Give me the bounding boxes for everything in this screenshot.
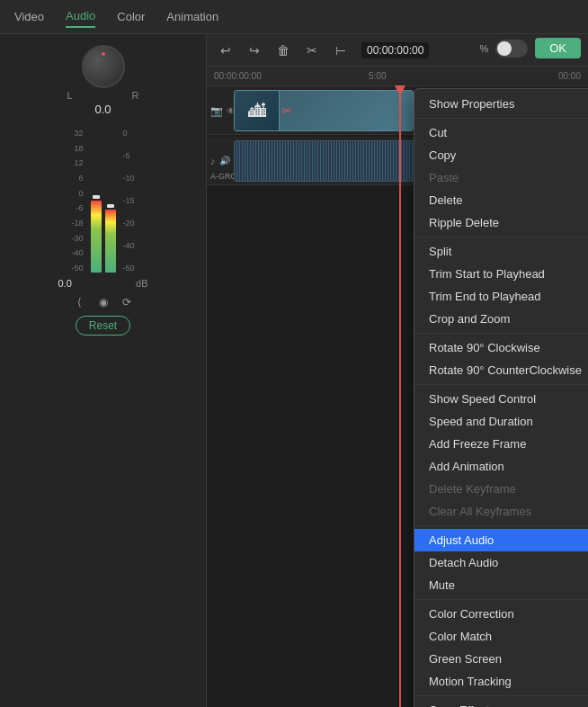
timeline-ruler: 00:00:00:00 5:00 00:00 <box>207 67 588 86</box>
nav-video[interactable]: Video <box>14 6 44 27</box>
speed-control-label: Show Speed Control <box>429 392 536 406</box>
menu-copy-effects[interactable]: Copy Effects <box>414 699 588 707</box>
speed-duration-label: Speed and Duration <box>429 415 533 428</box>
toolbar: ↩ ↪ 🗑 ✂ ⊢ 00:00:00:00 % OK <box>207 34 588 67</box>
menu-split[interactable]: Split <box>414 240 588 263</box>
l-label: L <box>67 90 73 101</box>
pan-knob[interactable] <box>82 45 125 88</box>
menu-crop-zoom[interactable]: Crop and Zoom <box>414 308 588 330</box>
menu-trim-start[interactable]: Trim Start to Playhead <box>414 263 588 285</box>
db-row: 0.0 dB <box>58 278 148 289</box>
scissors-button[interactable]: ✂ <box>300 39 324 62</box>
track-audio-icon: ♪ <box>210 156 216 166</box>
split-button[interactable]: ⊢ <box>329 39 352 62</box>
vu-scale-left: 32 18 12 6 0 -6 -18 -30 -40 -50 <box>71 129 83 273</box>
redo-button[interactable]: ↪ <box>243 39 266 62</box>
ripple-delete-label: Ripple Delete <box>429 216 499 229</box>
menu-color-correction[interactable]: Color Correction <box>414 603 588 625</box>
rewind-icon[interactable]: ⟨ <box>72 294 88 310</box>
clear-keyframes-label: Clear All Keyframes <box>429 505 531 518</box>
percent-label: % <box>479 43 488 54</box>
knob-indicator <box>102 52 105 56</box>
mute-label: Mute <box>429 578 455 592</box>
menu-show-properties[interactable]: Show Properties <box>414 93 588 115</box>
playhead[interactable] <box>399 86 401 707</box>
undo-button[interactable]: ↩ <box>214 39 237 62</box>
track-mute-icon[interactable]: 🔊 <box>219 156 230 166</box>
menu-green-screen[interactable]: Green Screen <box>414 648 588 670</box>
ruler-time-2: 00:00 <box>558 71 581 81</box>
menu-trim-end[interactable]: Trim End to Playhead <box>414 285 588 308</box>
menu-divider-1 <box>414 118 588 119</box>
clip-scissors-icon: ✂ <box>278 102 296 120</box>
menu-rotate-cw[interactable]: Rotate 90° Clockwise <box>414 336 588 359</box>
vu-scale-right: 0 -5 -10 -15 -20 -40 -50 <box>123 129 135 273</box>
pan-value: 0.0 <box>94 103 111 116</box>
menu-divider-7 <box>414 695 588 696</box>
knob-container: L R 0.0 <box>67 45 139 118</box>
db-label: dB <box>136 278 147 289</box>
ok-button[interactable]: OK <box>535 38 581 58</box>
menu-cut[interactable]: Cut <box>414 121 588 144</box>
main-area: L R 0.0 32 18 12 6 0 -6 -18 -30 -40 -50 <box>0 34 588 707</box>
menu-delete-keyframe: Delete Keyframe <box>414 478 588 500</box>
add-animation-label: Add Animation <box>429 460 504 473</box>
menu-divider-5 <box>414 525 588 526</box>
controls-row: ⟨ ◉ ⟳ <box>72 294 135 310</box>
menu-add-animation[interactable]: Add Animation <box>414 455 588 478</box>
copy-effects-label: Copy Effects <box>429 703 494 707</box>
menu-mute[interactable]: Mute <box>414 574 588 596</box>
menu-clear-keyframes: Clear All Keyframes <box>414 500 588 523</box>
menu-detach-audio[interactable]: Detach Audio <box>414 551 588 574</box>
nav-animation[interactable]: Animation <box>166 6 218 27</box>
vu-indicator-left <box>93 195 100 199</box>
nav-color[interactable]: Color <box>117 6 145 27</box>
time-display: 00:00:00:00 <box>361 42 429 58</box>
trim-start-label: Trim Start to Playhead <box>429 267 545 281</box>
menu-speed-duration[interactable]: Speed and Duration <box>414 410 588 433</box>
menu-divider-2 <box>414 237 588 237</box>
menu-rotate-ccw[interactable]: Rotate 90° CounterClockwise <box>414 359 588 381</box>
vu-indicator-right <box>107 204 114 208</box>
delete-label: Delete <box>429 193 463 207</box>
video-clip[interactable]: 🏙 ✂ <box>234 90 414 131</box>
vu-bar-left <box>91 195 102 273</box>
nav-audio[interactable]: Audio <box>66 5 95 28</box>
menu-divider-6 <box>414 599 588 600</box>
lr-labels: L R <box>67 90 139 101</box>
timeline-area: ↩ ↪ 🗑 ✂ ⊢ 00:00:00:00 % OK 00:00:00:00 5… <box>207 34 588 707</box>
crop-zoom-label: Crop and Zoom <box>429 312 510 326</box>
rotate-cw-label: Rotate 90° Clockwise <box>429 341 540 354</box>
toggle-control[interactable] <box>495 40 528 58</box>
ruler-time-0: 00:00:00:00 <box>214 71 262 81</box>
menu-delete[interactable]: Delete <box>414 189 588 211</box>
trim-end-label: Trim End to Playhead <box>429 290 541 303</box>
menu-copy[interactable]: Copy <box>414 144 588 166</box>
menu-adjust-audio[interactable]: Adjust Audio <box>414 529 588 551</box>
motion-tracking-label: Motion Tracking <box>429 675 512 688</box>
menu-paste: Paste <box>414 166 588 189</box>
menu-ripple-delete[interactable]: Ripple Delete <box>414 211 588 234</box>
delete-button[interactable]: 🗑 <box>272 39 295 62</box>
menu-add-freeze[interactable]: Add Freeze Frame <box>414 433 588 455</box>
add-freeze-label: Add Freeze Frame <box>429 437 526 451</box>
track-video-icon: 📷 <box>210 104 223 116</box>
copy-label: Copy <box>429 148 456 162</box>
green-screen-label: Green Screen <box>429 652 502 666</box>
menu-motion-tracking[interactable]: Motion Tracking <box>414 670 588 693</box>
rotate-ccw-label: Rotate 90° CounterClockwise <box>429 363 582 377</box>
loop-icon[interactable]: ⟳ <box>119 294 135 310</box>
menu-divider-3 <box>414 333 588 334</box>
show-properties-label: Show Properties <box>429 97 514 111</box>
db-value: 0.0 <box>58 278 72 289</box>
context-menu: Show Properties Cut Copy Paste Delete Ri… <box>414 88 588 707</box>
toggle-ball <box>497 41 512 56</box>
menu-speed-control[interactable]: Show Speed Control <box>414 388 588 410</box>
ruler-time-1: 5:00 <box>369 71 386 81</box>
mute-icon[interactable]: ◉ <box>95 294 111 310</box>
reset-button[interactable]: Reset <box>76 316 130 336</box>
vu-meter: 32 18 12 6 0 -6 -18 -30 -40 -50 <box>71 129 134 273</box>
vu-bar-right <box>105 204 116 273</box>
menu-color-match[interactable]: Color Match <box>414 625 588 648</box>
audio-panel: L R 0.0 32 18 12 6 0 -6 -18 -30 -40 -50 <box>0 34 207 707</box>
